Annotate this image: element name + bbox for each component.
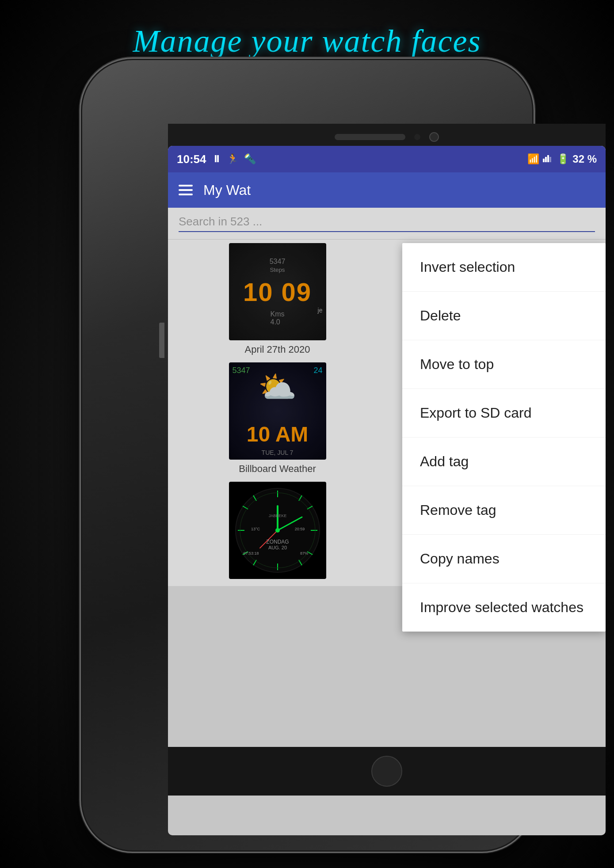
hamburger-menu[interactable] [179,185,193,195]
hamburger-line-3 [179,194,193,195]
status-left: 10:54 ⏸ 🏃 🔦 [177,152,256,166]
phone-shell: 10:54 ⏸ 🏃 🔦 📶 🔋 [80,57,535,853]
hamburger-line-2 [179,189,193,191]
dropdown-overlay[interactable]: Invert selection Delete Move to top Expo… [168,208,606,835]
menu-item-export-sd[interactable]: Export to SD card [402,389,606,438]
phone-screen: 10:54 ⏸ 🏃 🔦 📶 🔋 [168,146,606,835]
status-time: 10:54 [177,152,206,166]
status-bar: 10:54 ⏸ 🏃 🔦 📶 🔋 [168,146,606,172]
svg-rect-0 [543,159,545,162]
sensor [414,134,420,140]
menu-item-delete[interactable]: Delete [402,292,606,340]
menu-item-move-to-top[interactable]: Move to top [402,340,606,389]
running-icon: 🏃 [227,153,239,165]
battery-level: 32 % [572,153,597,165]
menu-item-remove-tag[interactable]: Remove tag [402,486,606,535]
svg-rect-2 [547,155,549,162]
page-title: Manage your watch faces [0,23,614,60]
dropdown-menu: Invert selection Delete Move to top Expo… [402,243,606,632]
wifi-icon: 📶 [527,153,539,165]
menu-item-copy-names[interactable]: Copy names [402,535,606,583]
pause-icon: ⏸ [212,153,221,165]
menu-item-invert-selection[interactable]: Invert selection [402,243,606,292]
signal-icon [543,153,553,165]
menu-item-add-tag[interactable]: Add tag [402,438,606,486]
svg-rect-3 [549,157,551,162]
front-camera [429,132,439,142]
app-bar-title: My Wat [203,182,251,198]
status-right: 📶 🔋 32 % [527,153,597,165]
speaker-grill [335,134,405,140]
app-bar: My Wat [168,172,606,208]
hamburger-line-1 [179,185,193,187]
battery-icon: 🔋 [557,153,569,165]
flashlight-icon: 🔦 [244,153,256,165]
volume-button [159,323,164,358]
content-area: Search in 523 ... 5347Steps 10 09 Kms4.0… [168,208,606,835]
menu-item-improve-watches[interactable]: Improve selected watches [402,583,606,632]
svg-rect-1 [545,157,547,162]
page-wrapper: Manage your watch faces 10:54 ⏸ 🏃 🔦 [0,0,614,868]
